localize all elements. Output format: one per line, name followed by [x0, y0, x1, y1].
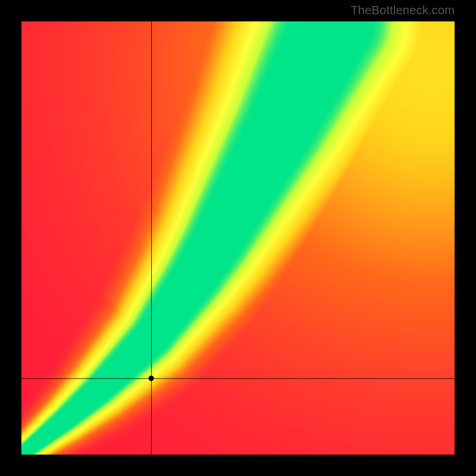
heatmap-canvas	[21, 21, 455, 455]
watermark-text: TheBottleneck.com	[350, 4, 455, 17]
chart-container: TheBottleneck.com	[0, 0, 476, 476]
